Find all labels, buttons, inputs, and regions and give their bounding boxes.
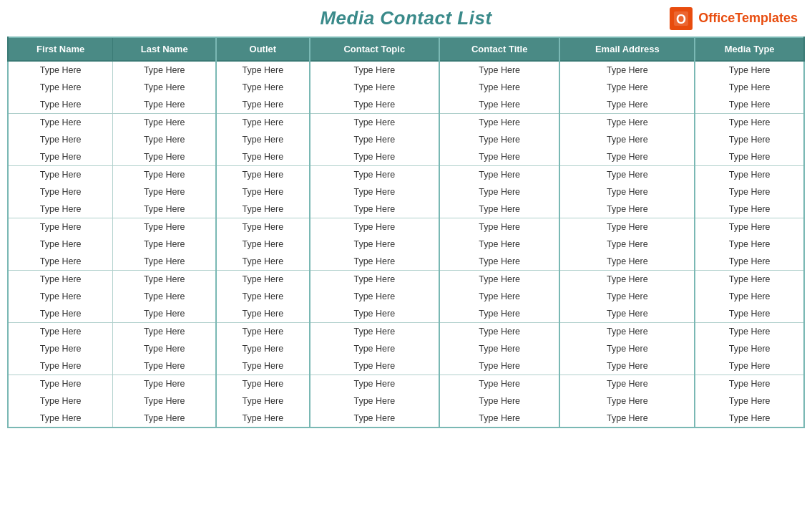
table-cell[interactable]: Type Here bbox=[113, 340, 216, 357]
table-row[interactable]: Type HereType HereType HereType HereType… bbox=[8, 201, 804, 218]
table-cell[interactable]: Type Here bbox=[216, 323, 309, 341]
table-cell[interactable]: Type Here bbox=[113, 218, 216, 236]
table-cell[interactable]: Type Here bbox=[216, 340, 309, 357]
table-cell[interactable]: Type Here bbox=[695, 271, 804, 289]
table-cell[interactable]: Type Here bbox=[8, 201, 113, 218]
table-cell[interactable]: Type Here bbox=[559, 271, 695, 289]
table-cell[interactable]: Type Here bbox=[559, 288, 695, 305]
table-cell[interactable]: Type Here bbox=[559, 236, 695, 253]
table-cell[interactable]: Type Here bbox=[695, 166, 804, 184]
table-cell[interactable]: Type Here bbox=[439, 96, 559, 114]
table-cell[interactable]: Type Here bbox=[216, 96, 309, 114]
table-cell[interactable]: Type Here bbox=[439, 253, 559, 271]
table-cell[interactable]: Type Here bbox=[439, 305, 559, 323]
table-cell[interactable]: Type Here bbox=[113, 61, 216, 79]
table-cell[interactable]: Type Here bbox=[559, 357, 695, 375]
table-cell[interactable]: Type Here bbox=[559, 201, 695, 218]
table-cell[interactable]: Type Here bbox=[695, 183, 804, 201]
table-cell[interactable]: Type Here bbox=[695, 201, 804, 218]
table-row[interactable]: Type HereType HereType HereType HereType… bbox=[8, 305, 804, 323]
table-cell[interactable]: Type Here bbox=[310, 218, 439, 236]
table-cell[interactable]: Type Here bbox=[310, 79, 439, 96]
table-cell[interactable]: Type Here bbox=[439, 166, 559, 184]
table-cell[interactable]: Type Here bbox=[113, 201, 216, 218]
table-cell[interactable]: Type Here bbox=[310, 96, 439, 114]
table-cell[interactable]: Type Here bbox=[113, 166, 216, 184]
table-cell[interactable]: Type Here bbox=[310, 253, 439, 271]
table-cell[interactable]: Type Here bbox=[113, 357, 216, 375]
table-cell[interactable]: Type Here bbox=[113, 236, 216, 253]
table-row[interactable]: Type HereType HereType HereType HereType… bbox=[8, 323, 804, 341]
table-cell[interactable]: Type Here bbox=[113, 96, 216, 114]
table-cell[interactable]: Type Here bbox=[439, 218, 559, 236]
table-row[interactable]: Type HereType HereType HereType HereType… bbox=[8, 148, 804, 166]
table-cell[interactable]: Type Here bbox=[439, 392, 559, 410]
table-cell[interactable]: Type Here bbox=[8, 61, 113, 79]
table-cell[interactable]: Type Here bbox=[216, 392, 309, 410]
table-cell[interactable]: Type Here bbox=[695, 114, 804, 132]
table-cell[interactable]: Type Here bbox=[439, 340, 559, 357]
table-cell[interactable]: Type Here bbox=[310, 288, 439, 305]
table-cell[interactable]: Type Here bbox=[310, 323, 439, 341]
table-cell[interactable]: Type Here bbox=[8, 375, 113, 393]
table-row[interactable]: Type HereType HereType HereType HereType… bbox=[8, 271, 804, 289]
table-cell[interactable]: Type Here bbox=[695, 340, 804, 357]
table-cell[interactable]: Type Here bbox=[8, 79, 113, 96]
table-cell[interactable]: Type Here bbox=[216, 79, 309, 96]
table-cell[interactable]: Type Here bbox=[216, 271, 309, 289]
table-cell[interactable]: Type Here bbox=[8, 183, 113, 201]
table-cell[interactable]: Type Here bbox=[8, 96, 113, 114]
table-row[interactable]: Type HereType HereType HereType HereType… bbox=[8, 236, 804, 253]
table-cell[interactable]: Type Here bbox=[559, 166, 695, 184]
table-cell[interactable]: Type Here bbox=[695, 392, 804, 410]
table-cell[interactable]: Type Here bbox=[113, 392, 216, 410]
table-cell[interactable]: Type Here bbox=[310, 61, 439, 79]
table-cell[interactable]: Type Here bbox=[310, 114, 439, 132]
table-cell[interactable]: Type Here bbox=[310, 340, 439, 357]
table-row[interactable]: Type HereType HereType HereType HereType… bbox=[8, 410, 804, 428]
table-cell[interactable]: Type Here bbox=[559, 340, 695, 357]
table-cell[interactable]: Type Here bbox=[216, 375, 309, 393]
table-cell[interactable]: Type Here bbox=[559, 410, 695, 428]
table-cell[interactable]: Type Here bbox=[113, 183, 216, 201]
table-cell[interactable]: Type Here bbox=[559, 183, 695, 201]
table-cell[interactable]: Type Here bbox=[113, 131, 216, 148]
table-cell[interactable]: Type Here bbox=[310, 305, 439, 323]
table-row[interactable]: Type HereType HereType HereType HereType… bbox=[8, 288, 804, 305]
table-cell[interactable]: Type Here bbox=[113, 148, 216, 166]
table-cell[interactable]: Type Here bbox=[310, 271, 439, 289]
table-cell[interactable]: Type Here bbox=[439, 357, 559, 375]
table-cell[interactable]: Type Here bbox=[439, 114, 559, 132]
table-cell[interactable]: Type Here bbox=[113, 410, 216, 428]
table-cell[interactable]: Type Here bbox=[216, 61, 309, 79]
table-cell[interactable]: Type Here bbox=[8, 340, 113, 357]
table-cell[interactable]: Type Here bbox=[310, 201, 439, 218]
table-cell[interactable]: Type Here bbox=[216, 201, 309, 218]
table-row[interactable]: Type HereType HereType HereType HereType… bbox=[8, 183, 804, 201]
table-cell[interactable]: Type Here bbox=[216, 305, 309, 323]
table-cell[interactable]: Type Here bbox=[439, 201, 559, 218]
table-cell[interactable]: Type Here bbox=[113, 288, 216, 305]
table-cell[interactable]: Type Here bbox=[8, 236, 113, 253]
table-cell[interactable]: Type Here bbox=[695, 218, 804, 236]
table-cell[interactable]: Type Here bbox=[113, 79, 216, 96]
table-row[interactable]: Type HereType HereType HereType HereType… bbox=[8, 375, 804, 393]
table-cell[interactable]: Type Here bbox=[310, 148, 439, 166]
table-cell[interactable]: Type Here bbox=[310, 410, 439, 428]
table-cell[interactable]: Type Here bbox=[559, 131, 695, 148]
table-cell[interactable]: Type Here bbox=[695, 96, 804, 114]
table-cell[interactable]: Type Here bbox=[8, 323, 113, 341]
table-cell[interactable]: Type Here bbox=[216, 357, 309, 375]
table-cell[interactable]: Type Here bbox=[439, 271, 559, 289]
table-cell[interactable]: Type Here bbox=[8, 166, 113, 184]
table-row[interactable]: Type HereType HereType HereType HereType… bbox=[8, 79, 804, 96]
table-row[interactable]: Type HereType HereType HereType HereType… bbox=[8, 61, 804, 79]
table-cell[interactable]: Type Here bbox=[559, 253, 695, 271]
table-cell[interactable]: Type Here bbox=[113, 375, 216, 393]
table-cell[interactable]: Type Here bbox=[695, 148, 804, 166]
table-cell[interactable]: Type Here bbox=[8, 392, 113, 410]
table-cell[interactable]: Type Here bbox=[559, 61, 695, 79]
table-cell[interactable]: Type Here bbox=[439, 79, 559, 96]
table-row[interactable]: Type HereType HereType HereType HereType… bbox=[8, 340, 804, 357]
table-cell[interactable]: Type Here bbox=[695, 410, 804, 428]
